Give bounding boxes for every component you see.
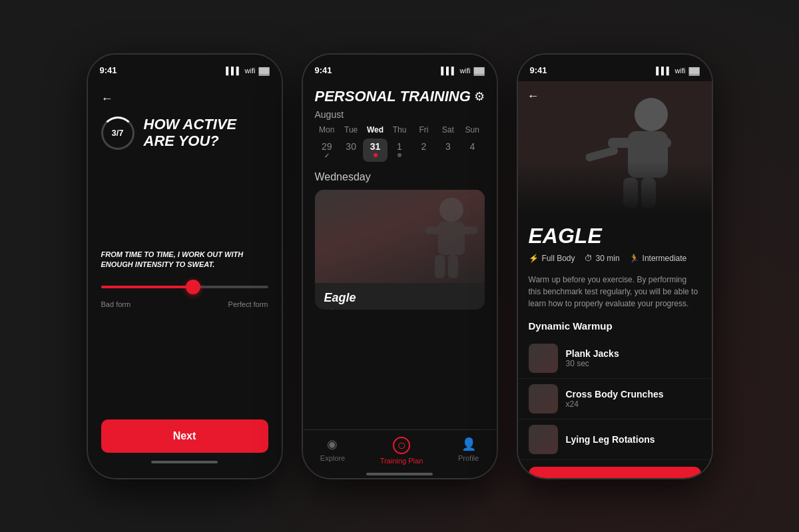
header-2: PERSONAL TRAINING ⚙ — [303, 81, 497, 109]
progress-area: 3/7 HOW ACTIVE ARE YOU? — [101, 117, 268, 150]
workout-silhouette — [315, 190, 485, 283]
time-2: 9:41 — [315, 65, 332, 75]
svg-rect-10 — [641, 138, 671, 148]
cal-thu: Thu — [388, 125, 411, 134]
calendar-dates: 29 ✓ 30 31 1 2 3 — [315, 138, 485, 162]
wifi-icon-2: wifi — [460, 67, 471, 75]
screen-2: PERSONAL TRAINING ⚙ August Mon Tue Wed T… — [303, 81, 497, 478]
nav-training[interactable]: ○ Training Plan — [380, 437, 423, 465]
level-label-3: Intermediate — [643, 254, 687, 263]
exercise-thumb-2 — [529, 425, 558, 454]
slider-label-left: Bad form — [101, 300, 131, 308]
day-label: Wednesday — [303, 171, 497, 190]
profile-label: Profile — [458, 454, 479, 462]
back-button-3[interactable]: ← — [527, 89, 539, 103]
date-30[interactable]: 30 — [339, 138, 363, 162]
next-button[interactable]: Next — [101, 419, 268, 453]
status-icons-1: ▌▌▌ wifi ▓▓ — [226, 67, 269, 75]
progress-circle: 3/7 — [101, 117, 134, 150]
status-icons-2: ▌▌▌ wifi ▓▓ — [441, 67, 484, 75]
workout-tags: ⚡ Full Body ⏱ 30 min 🏃 Intermediate — [529, 254, 701, 263]
training-icon: ○ — [393, 437, 410, 454]
filter-icon[interactable]: ⚙ — [474, 89, 485, 104]
status-icons-3: ▌▌▌ wifi ▓▓ — [656, 67, 699, 75]
bottom-nav: ◉ Explore ○ Training Plan 👤 Profile — [303, 429, 497, 473]
slider-label-right: Perfect form — [228, 300, 268, 308]
slider-labels: Bad form Perfect form — [101, 300, 268, 308]
cal-sun: Sun — [460, 125, 484, 134]
time-3: 9:41 — [530, 65, 547, 75]
date-31[interactable]: 31 — [363, 138, 387, 162]
wifi-icon: wifi — [245, 67, 256, 75]
explore-icon: ◉ — [327, 437, 338, 451]
exercise-thumb-0 — [529, 344, 558, 373]
workout-big-title: EAGLE — [529, 224, 701, 248]
exercise-detail-1: x24 — [566, 399, 664, 409]
nav-explore[interactable]: ◉ Explore — [320, 437, 345, 465]
description-text: Warm up before you exercise. By performi… — [518, 274, 712, 318]
screen-3: ← EAGLE ⚡ Full Body ⏱ — [518, 81, 712, 478]
workout-card[interactable]: Eagle ⚡ Biceps and triceps ⏱ 30 min 🏃 In… — [315, 190, 485, 310]
dot-31 — [374, 153, 378, 157]
svg-rect-9 — [608, 138, 638, 148]
battery-icon: ▓▓ — [258, 67, 269, 75]
exercise-info-0: Plank Jacks 30 sec — [566, 348, 619, 368]
section-warmup-title: Dynamic Warmup — [518, 318, 712, 338]
home-indicator-2 — [366, 473, 433, 475]
person-svg — [352, 190, 485, 283]
start-workout-button[interactable]: Start Workout — [529, 467, 701, 478]
profile-icon: 👤 — [461, 437, 476, 451]
exercise-name-1: Cross Body Crunches — [566, 389, 664, 399]
wifi-icon-3: wifi — [675, 67, 686, 75]
signal-icon-2: ▌▌▌ — [441, 67, 456, 75]
calendar-days-header: Mon Tue Wed Thu Fri Sat Sun — [315, 125, 485, 134]
svg-rect-4 — [435, 255, 445, 278]
svg-rect-3 — [458, 226, 478, 234]
calendar: Mon Tue Wed Thu Fri Sat Sun 29 ✓ 30 31 — [303, 125, 497, 162]
svg-rect-2 — [425, 226, 445, 234]
exercise-item-0[interactable]: Plank Jacks 30 sec — [518, 338, 712, 379]
level-icon-3: 🏃 — [629, 254, 639, 263]
back-button-1[interactable]: ← — [101, 92, 268, 106]
dur-label: 30 min — [596, 254, 620, 263]
signal-icon-3: ▌▌▌ — [656, 67, 671, 75]
slider-container[interactable] — [101, 286, 268, 295]
nav-profile[interactable]: 👤 Profile — [458, 437, 479, 465]
dot-1 — [398, 153, 401, 157]
exercise-name-2: Lying Leg Rotations — [566, 434, 655, 445]
workout-title-section: EAGLE ⚡ Full Body ⏱ 30 min 🏃 Intermediat… — [518, 214, 712, 274]
svg-point-7 — [635, 98, 668, 131]
screen-1: ← 3/7 HOW ACTIVE ARE YOU? FROM TIME TO T… — [88, 81, 282, 478]
date-2[interactable]: 2 — [411, 138, 435, 162]
exercise-name-0: Plank Jacks — [566, 348, 619, 359]
dur-icon: ⏱ — [585, 254, 593, 263]
exercise-info-1: Cross Body Crunches x24 — [566, 389, 664, 409]
exercise-item-1[interactable]: Cross Body Crunches x24 — [518, 379, 712, 419]
cal-wed: Wed — [363, 125, 387, 134]
body-label: Full Body — [542, 254, 575, 263]
slider-fill — [101, 286, 193, 288]
tag-duration: ⏱ 30 min — [585, 254, 620, 263]
date-29[interactable]: 29 ✓ — [315, 138, 339, 162]
home-indicator-1 — [151, 461, 218, 463]
tag-level: 🏃 Intermediate — [629, 254, 687, 263]
workout-name-2: Eagle — [324, 291, 475, 305]
exercise-item-2[interactable]: Lying Leg Rotations — [518, 419, 712, 460]
exercise-info-2: Lying Leg Rotations — [566, 434, 655, 445]
date-1[interactable]: 1 — [388, 138, 411, 162]
svg-point-0 — [439, 198, 463, 222]
slider-thumb[interactable] — [186, 280, 200, 294]
workout-info: Eagle ⚡ Biceps and triceps ⏱ 30 min 🏃 In… — [315, 283, 485, 310]
workout-image — [315, 190, 485, 283]
cal-fri: Fri — [411, 125, 435, 134]
time-1: 9:41 — [100, 65, 117, 75]
svg-rect-5 — [448, 255, 458, 278]
question-title: HOW ACTIVE ARE YOU? — [144, 117, 268, 148]
phone-1: 9:41 ▌▌▌ wifi ▓▓ ← 3/7 HOW ACTIVE ARE YO… — [87, 53, 283, 479]
slider-track — [101, 286, 268, 288]
exercise-thumb-1 — [529, 384, 558, 413]
training-label: Training Plan — [380, 457, 423, 465]
date-4[interactable]: 4 — [460, 138, 484, 162]
tag-body: ⚡ Full Body — [529, 254, 575, 263]
date-3[interactable]: 3 — [436, 138, 460, 162]
